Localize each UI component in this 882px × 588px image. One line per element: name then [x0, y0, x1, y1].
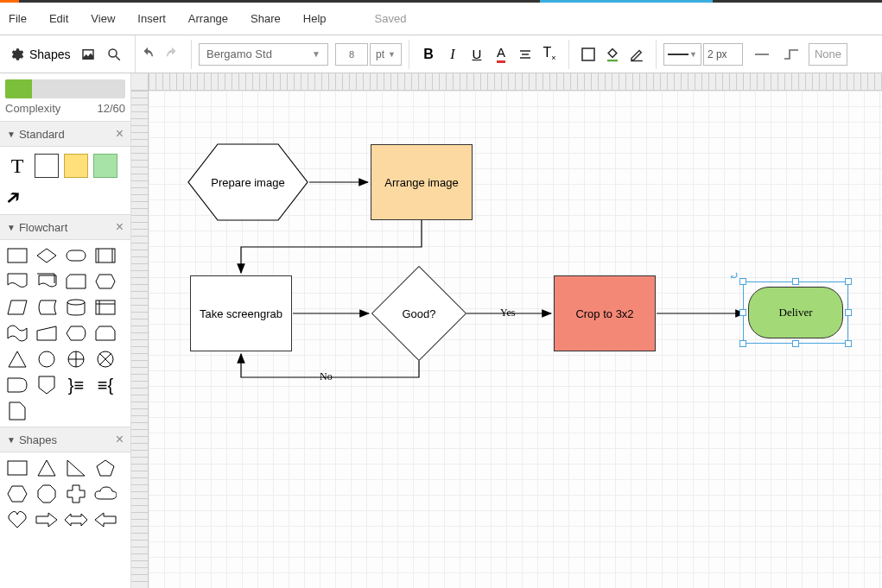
- fill-shape-button[interactable]: [576, 42, 600, 66]
- shape-note[interactable]: [5, 401, 29, 421]
- shape-display[interactable]: [64, 323, 88, 344]
- panel-header-shapes[interactable]: ▼ Shapes ×: [0, 427, 130, 452]
- shape-arrow-left[interactable]: [93, 509, 117, 530]
- ruler-horizontal[interactable]: [149, 73, 882, 91]
- shape-cloud[interactable]: [93, 484, 117, 504]
- redo-button[interactable]: [160, 42, 184, 66]
- shape-terminator[interactable]: [64, 245, 88, 266]
- font-size-input[interactable]: [335, 43, 368, 66]
- menu-edit[interactable]: Edit: [49, 12, 68, 25]
- shape-extract[interactable]: [5, 349, 29, 370]
- menu-share[interactable]: Share: [251, 12, 281, 25]
- arrow-start-button[interactable]: [750, 42, 774, 66]
- shape-loop-limit[interactable]: [93, 323, 117, 344]
- font-family-select[interactable]: Bergamo Std ▼: [199, 43, 328, 66]
- canvas[interactable]: Prepare image Arrange image Take screeng…: [149, 91, 882, 588]
- menu-view[interactable]: View: [91, 12, 115, 25]
- shape-preparation[interactable]: [93, 271, 117, 292]
- shape-cross[interactable]: [64, 484, 88, 504]
- shape-tape[interactable]: [5, 323, 29, 344]
- shape-manual-input[interactable]: [35, 323, 59, 344]
- underline-button[interactable]: U: [465, 42, 489, 66]
- complexity-bar: [5, 79, 125, 98]
- shape-process[interactable]: [5, 245, 29, 266]
- node-decision[interactable]: Good?: [371, 266, 466, 361]
- resize-handle[interactable]: [845, 278, 852, 285]
- line-tool[interactable]: ➔: [0, 178, 34, 212]
- svg-line-1: [117, 56, 121, 60]
- shape-delay[interactable]: [5, 375, 29, 395]
- shape-brace-r[interactable]: }≡: [64, 375, 88, 395]
- fill-color-button[interactable]: [600, 42, 625, 66]
- search-icon[interactable]: [106, 47, 122, 62]
- svg-marker-38: [38, 485, 55, 503]
- undo-button[interactable]: [136, 42, 160, 66]
- block-tool[interactable]: [93, 154, 117, 178]
- font-unit-select[interactable]: pt ▼: [370, 43, 402, 66]
- shape-octagon[interactable]: [35, 484, 59, 504]
- shape-multidoc[interactable]: [35, 271, 59, 292]
- shape-decision[interactable]: [35, 245, 59, 266]
- menu-insert[interactable]: Insert: [137, 12, 166, 25]
- bold-button[interactable]: B: [416, 42, 441, 66]
- shapes-button[interactable]: Shapes: [29, 47, 70, 61]
- note-tool[interactable]: [64, 154, 88, 178]
- resize-handle[interactable]: [739, 340, 746, 347]
- menu-help[interactable]: Help: [303, 12, 327, 25]
- resize-handle[interactable]: [845, 340, 852, 347]
- svg-marker-17: [8, 300, 27, 314]
- shape-predefined[interactable]: [93, 245, 117, 266]
- resize-handle[interactable]: [739, 309, 746, 316]
- stroke-width-input[interactable]: [703, 43, 743, 66]
- shape-document[interactable]: [5, 271, 29, 292]
- rect-tool[interactable]: [35, 154, 59, 178]
- shape-stored[interactable]: [35, 297, 59, 318]
- close-icon[interactable]: ×: [116, 219, 124, 235]
- resize-handle[interactable]: [792, 278, 799, 285]
- border-color-button[interactable]: [625, 42, 649, 66]
- rotate-handle-icon[interactable]: ⤾: [729, 269, 739, 282]
- align-button[interactable]: [513, 42, 537, 66]
- panel-header-flowchart[interactable]: ▼ Flowchart ×: [0, 214, 130, 240]
- shape-pentagon[interactable]: [93, 458, 117, 478]
- close-icon[interactable]: ×: [116, 126, 124, 142]
- shape-or[interactable]: [64, 349, 88, 370]
- resize-handle[interactable]: [792, 340, 799, 347]
- text-color-button[interactable]: A: [489, 42, 513, 66]
- resize-handle[interactable]: [739, 278, 746, 285]
- close-icon[interactable]: ×: [116, 432, 124, 447]
- node-prepare[interactable]: Prepare image: [187, 143, 308, 221]
- italic-button[interactable]: I: [441, 42, 465, 66]
- shape-hexagon[interactable]: [5, 484, 29, 504]
- shape-right-tri[interactable]: [64, 458, 88, 478]
- text-tool[interactable]: T: [5, 154, 29, 178]
- menu-file[interactable]: File: [9, 12, 27, 25]
- shape-heart[interactable]: [5, 509, 29, 530]
- shape-arrow-right[interactable]: [35, 509, 59, 530]
- menu-arrange[interactable]: Arrange: [188, 12, 228, 25]
- line-style-select[interactable]: ▼: [663, 43, 701, 66]
- shape-connector[interactable]: [35, 349, 59, 370]
- shape-card[interactable]: [64, 271, 88, 292]
- shape-triangle[interactable]: [35, 458, 59, 478]
- shape-brace-l[interactable]: ≡{: [93, 375, 117, 395]
- ruler-vertical[interactable]: [131, 91, 149, 588]
- resize-handle[interactable]: [845, 309, 852, 316]
- node-screengrab[interactable]: Take screengrab: [190, 275, 292, 351]
- shape-internal[interactable]: [93, 297, 117, 318]
- canvas-area[interactable]: Prepare image Arrange image Take screeng…: [131, 73, 882, 588]
- image-icon[interactable]: [80, 47, 96, 62]
- panel-header-standard[interactable]: ▼ Standard ×: [0, 121, 130, 147]
- shape-sum[interactable]: [93, 349, 117, 370]
- node-arrange[interactable]: Arrange image: [371, 144, 473, 220]
- node-crop[interactable]: Crop to 3x2: [554, 275, 656, 351]
- shape-arrow-double[interactable]: [64, 509, 88, 530]
- line-path-button[interactable]: [779, 42, 803, 66]
- gear-icon[interactable]: [9, 47, 24, 62]
- shape-data[interactable]: [5, 297, 29, 318]
- clear-format-button[interactable]: T×: [537, 42, 562, 66]
- shape-offpage[interactable]: [35, 375, 59, 395]
- shape-rectangle[interactable]: [5, 458, 29, 478]
- arrow-end-select[interactable]: None: [809, 43, 847, 66]
- shape-database[interactable]: [64, 297, 88, 318]
